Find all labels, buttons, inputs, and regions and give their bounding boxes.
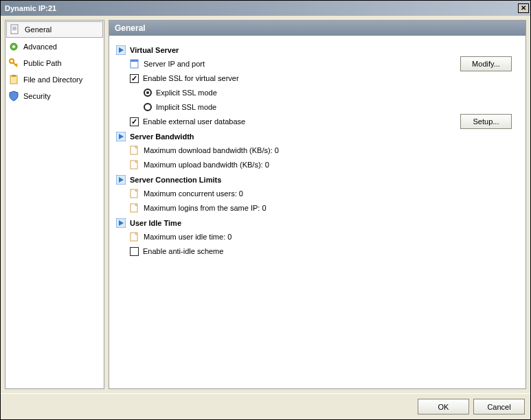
- expand-icon: [116, 45, 126, 55]
- section-heading: Virtual Server: [130, 46, 179, 54]
- row-enable-ssl[interactable]: Enable SSL for virtual server: [130, 72, 519, 84]
- page-icon: [130, 59, 139, 69]
- sidebar-item-label: Advanced: [23, 43, 57, 51]
- window-title: Dynamic IP:21: [5, 4, 56, 12]
- row-label: Maximum user idle time: 0: [144, 233, 231, 241]
- sidebar-item-security[interactable]: Security: [5, 88, 104, 104]
- expand-icon: [116, 132, 126, 141]
- section-heading: User Idle Time: [130, 219, 181, 227]
- expand-icon: [116, 218, 126, 228]
- page-icon: [130, 145, 139, 155]
- section-virtual-server: Virtual Server: [116, 45, 519, 55]
- svg-rect-3: [12, 30, 16, 30]
- ok-button[interactable]: OK: [418, 399, 469, 415]
- svg-rect-0: [11, 25, 18, 34]
- row-max-idle: Maximum user idle time: 0: [130, 231, 519, 243]
- panel-content: Virtual Server Server IP and port Modify…: [109, 36, 526, 388]
- cancel-button[interactable]: Cancel: [473, 399, 525, 415]
- row-implicit-ssl[interactable]: Implicit SSL mode: [144, 101, 519, 113]
- sidebar-item-label: Public Path: [23, 59, 62, 67]
- page-icon: [130, 189, 139, 198]
- clipboard-icon: [8, 74, 19, 85]
- window-body: General Advanced Public Path File and Di…: [1, 16, 530, 393]
- section-bandwidth: Server Bandwidth: [116, 132, 519, 141]
- close-button[interactable]: ✕: [518, 3, 529, 13]
- sidebar-item-public-path[interactable]: Public Path: [5, 55, 104, 71]
- key-icon: [8, 58, 19, 69]
- modify-button[interactable]: Modify...: [460, 56, 512, 71]
- svg-rect-1: [12, 27, 16, 27]
- svg-rect-2: [12, 28, 16, 29]
- setup-button[interactable]: Setup...: [460, 114, 512, 129]
- checkbox-icon[interactable]: [130, 247, 139, 256]
- radio-icon[interactable]: [144, 89, 152, 97]
- row-label: Maximum logins from the same IP: 0: [144, 204, 267, 212]
- section-idle: User Idle Time: [116, 218, 519, 228]
- svg-rect-10: [12, 75, 16, 77]
- row-enable-external-db[interactable]: Enable external user database Setup...: [130, 115, 519, 128]
- row-max-upload: Maximum upload bandwidth (KB/s): 0: [130, 159, 519, 171]
- page-icon: [130, 160, 139, 170]
- section-conn-limits: Server Connection Limits: [116, 175, 519, 185]
- page-icon: [130, 203, 139, 213]
- row-label: Server IP and port: [144, 60, 205, 68]
- sidebar-item-label: General: [25, 25, 52, 34]
- dialog-footer: OK Cancel: [1, 393, 530, 419]
- row-explicit-ssl[interactable]: Explicit SSL mode: [144, 86, 519, 99]
- row-label: Implicit SSL mode: [156, 103, 216, 111]
- page-icon: [130, 232, 139, 242]
- sidebar-item-file-directory[interactable]: File and Directory: [5, 71, 104, 88]
- svg-line-8: [16, 64, 17, 65]
- row-label: Maximum concurrent users: 0: [144, 189, 243, 198]
- row-label: Enable SSL for virtual server: [143, 74, 239, 82]
- window: Dynamic IP:21 ✕ General Advanced Publ: [0, 0, 531, 420]
- row-label: Maximum upload bandwidth (KB/s): 0: [144, 161, 269, 169]
- svg-rect-14: [131, 60, 138, 62]
- radio-icon[interactable]: [144, 103, 152, 111]
- document-icon: [10, 24, 21, 35]
- gear-icon: [8, 41, 19, 52]
- row-max-same-ip: Maximum logins from the same IP: 0: [130, 202, 519, 214]
- section-heading: Server Connection Limits: [130, 176, 221, 184]
- sidebar: General Advanced Public Path File and Di…: [5, 20, 104, 389]
- checkbox-icon[interactable]: [130, 74, 139, 83]
- row-anti-idle[interactable]: Enable anti-idle scheme: [130, 245, 519, 257]
- sidebar-item-advanced[interactable]: Advanced: [5, 38, 104, 55]
- checkbox-icon[interactable]: [130, 117, 139, 126]
- expand-icon: [116, 175, 126, 185]
- shield-icon: [8, 91, 19, 102]
- row-max-download: Maximum download bandwidth (KB/s): 0: [130, 144, 519, 156]
- titlebar: Dynamic IP:21 ✕: [1, 1, 530, 16]
- row-label: Enable external user database: [143, 117, 245, 126]
- section-heading: Server Bandwidth: [130, 132, 194, 141]
- panel-title: General: [109, 21, 526, 36]
- row-label: Explicit SSL mode: [156, 89, 217, 97]
- svg-point-5: [12, 45, 15, 48]
- row-max-concurrent: Maximum concurrent users: 0: [130, 187, 519, 200]
- sidebar-item-label: Security: [23, 92, 51, 100]
- row-server-ip-port: Server IP and port Modify...: [130, 58, 519, 70]
- row-label: Maximum download bandwidth (KB/s): 0: [144, 146, 279, 154]
- sidebar-item-label: File and Directory: [23, 75, 82, 84]
- main-panel: General Virtual Server Server IP and por…: [109, 20, 526, 389]
- sidebar-item-general[interactable]: General: [6, 21, 103, 38]
- row-label: Enable anti-idle scheme: [143, 247, 223, 255]
